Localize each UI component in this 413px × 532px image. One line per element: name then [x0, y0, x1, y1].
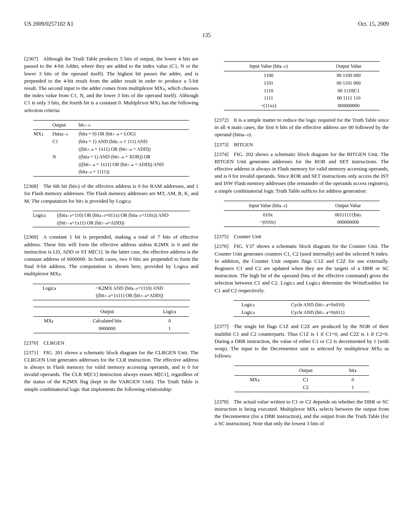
para-2375: [2375] Counter Unit [215, 233, 389, 240]
left-column: [2367] Although the Truth Table produces… [24, 55, 198, 430]
table-logic3: Logic₃~K2MX AND (bit₃₋₀=1110) AND ((bit₇… [31, 283, 191, 301]
publication-date: Oct. 15, 2009 [358, 20, 389, 28]
para-2367: [2367] Although the Truth Table produces… [24, 55, 198, 114]
para-2374: [2374] FIG. 202 shows a schematic block … [215, 151, 389, 195]
para-2373: [2373] BITGEN [215, 141, 389, 148]
para-2378: [2378] The actual value written to C1 or… [215, 398, 389, 428]
para-2368: [2368] The 6th bit (bit₅) of the effecti… [24, 183, 198, 205]
para-2371: [2371] FIG. 201 shows a schematic block … [24, 349, 198, 393]
right-column: Input Value (bit₃₋₀) Output Value 110000… [215, 55, 389, 430]
table-logic12: Logic₁Cycle AND (bit₇₋₃=0x010) Logic₂Cyc… [232, 300, 371, 318]
para-2377: [2377] The single bit flags C1Z and C2Z … [215, 323, 389, 360]
page-number: 135 [24, 31, 389, 39]
table-mx2-right: Output bit₃ MX₂C10 C21 [232, 365, 371, 392]
table-logic2: Logic₂((bit₃₋₀=110) OR (bit₃₋₀=011x) OR … [31, 210, 191, 228]
para-2370: [2370] CLRGEN [24, 339, 198, 347]
para-2372: [2372] It is a simple matter to reduce t… [215, 116, 389, 139]
publication-number: US 2009/0257102 A1 [24, 20, 73, 28]
table-mx2-left: Output Logic₃ MX₂Calculated bits0 000000… [31, 306, 191, 333]
table-mx1: Output bit₇₋₀ MX₁Data₂₋₀(bit₃ = 0) OR (b… [31, 120, 191, 177]
table-bitgen-truth: Input Value (bit₃₋₀) Output Value 010x00… [221, 200, 382, 227]
para-2369: [2369] A constant 1 bit is prepended, ma… [24, 233, 198, 277]
table-clrgen-truth: Input Value (bit₃₋₀) Output Value 110000… [221, 61, 382, 111]
para-2376: [2376] FIG. Y37 shows a schematic block … [215, 243, 389, 294]
